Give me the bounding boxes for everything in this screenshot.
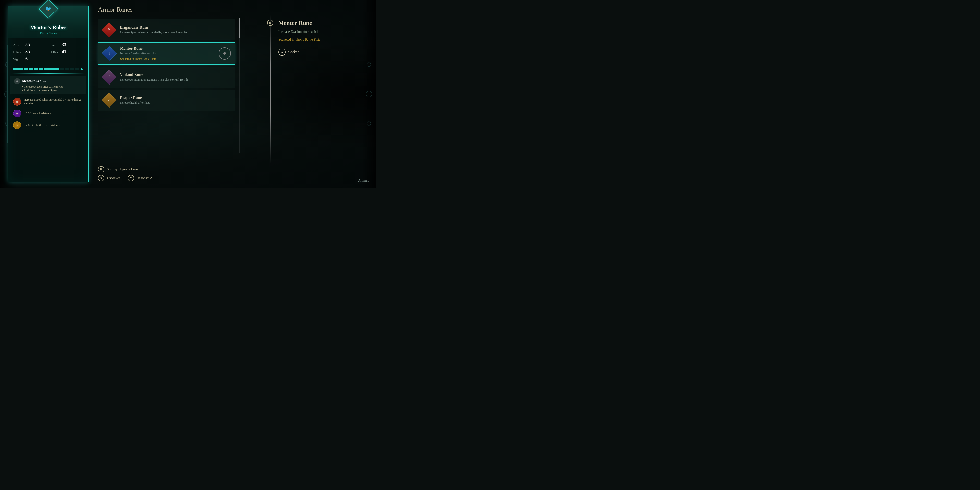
sort-label: Sort By Upgrade Level — [107, 167, 139, 171]
progress-segment-3 — [29, 68, 33, 70]
rune-desc-mentor: Increase Evasion after each hit — [120, 51, 215, 56]
item-type: Divine Torso — [40, 31, 57, 35]
center-panel: Armor Runes YBrigandine RuneIncrease Spe… — [98, 6, 235, 182]
rune-diamond-symbol-reaper: △ — [108, 98, 110, 102]
rune-name-vinland: Vinland Rune — [120, 73, 231, 77]
stat-wgt: Wgt 6 — [13, 56, 47, 62]
progress-segment-8 — [54, 68, 59, 70]
rune-icon-reaper: △ — [102, 93, 116, 107]
progress-segment-9 — [59, 68, 64, 70]
progress-bar: ▶ — [13, 67, 83, 71]
rune-name-brigandine: Brigandine Rune — [120, 25, 231, 30]
stat-row-3: Wgt 6 — [13, 56, 83, 62]
item-name: Mentor's Robes — [30, 24, 67, 30]
progress-arrow: ▶ — [81, 67, 83, 71]
socket-button[interactable]: A Socket — [278, 49, 357, 56]
socket-btn-label: Socket — [288, 50, 299, 54]
arm-label: Arm — [13, 43, 24, 47]
rune-item-mentor[interactable]: ᚱMentor RuneIncrease Evasion after each … — [98, 42, 235, 65]
hres-value: 41 — [62, 49, 67, 54]
set-bonus-line: • Additional increase to Speed — [22, 89, 82, 92]
stat-arm: Arm 55 — [13, 42, 47, 47]
stat-eva: Eva 33 — [50, 42, 83, 47]
rune-detail-title: Mentor Rune — [278, 20, 357, 26]
rune-icon-vinland: ᚠ — [102, 70, 116, 84]
sort-control[interactable]: R Sort By Upgrade Level — [98, 166, 154, 172]
unsocket-all-button[interactable]: Y — [128, 175, 134, 181]
rune-diamond-symbol-vinland: ᚠ — [108, 75, 110, 80]
rune-desc-reaper: Increase health after first... — [120, 101, 231, 105]
unsocket-button[interactable]: X — [98, 175, 104, 181]
rune-diamond-symbol-mentor: ᚱ — [108, 51, 110, 56]
progress-segment-7 — [49, 68, 54, 70]
hres-label: H-Res — [50, 50, 60, 54]
unsocket-control[interactable]: X Unsocket — [98, 175, 120, 181]
rune-diamond-mentor: ᚱ — [102, 46, 117, 61]
rune-diamond-symbol-brigandine: Y — [108, 28, 110, 32]
progress-segment-1 — [18, 68, 23, 70]
set-bonus: ⚔ Mentor's Set 5/5 • Increase Attack aft… — [10, 76, 86, 94]
unsocket-all-control[interactable]: Y Unsocket All — [128, 175, 154, 181]
rune-info-reaper: Reaper RuneIncrease health after first..… — [120, 95, 231, 105]
set-bonus-line: • Increase Attack after Critical Hits — [22, 85, 82, 89]
progress-segment-11 — [70, 68, 74, 70]
rune-bonus-icon-1: ✦ — [13, 110, 21, 117]
rune-info-mentor: Mentor RuneIncrease Evasion after each h… — [120, 46, 215, 61]
stat-lres: L-Res 35 — [13, 49, 47, 54]
progress-segment-6 — [44, 68, 49, 70]
set-bonus-title: ⚔ Mentor's Set 5/5 — [14, 78, 82, 84]
rune-item-brigandine[interactable]: YBrigandine RuneIncrease Speed when surr… — [98, 19, 235, 40]
sort-button[interactable]: R — [98, 166, 104, 172]
control-row: X Unsocket Y Unsocket All — [98, 175, 154, 181]
unsocket-all-label: Unsocket All — [137, 176, 154, 180]
scroll-bar[interactable] — [239, 18, 240, 153]
progress-segment-10 — [65, 68, 69, 70]
animus-icon — [351, 178, 356, 183]
rune-item-reaper[interactable]: △Reaper RuneIncrease health after first.… — [98, 90, 235, 111]
rune-list: YBrigandine RuneIncrease Speed when surr… — [98, 19, 235, 111]
progress-segment-5 — [39, 68, 43, 70]
stat-row-1: Arm 55 Eva 33 — [13, 42, 83, 47]
wgt-label: Wgt — [13, 57, 24, 61]
rune-desc-brigandine: Increase Speed when surrounded by more t… — [120, 30, 231, 35]
vertical-divider — [270, 15, 271, 164]
set-icon: ⚔ — [14, 78, 20, 84]
lres-value: 35 — [25, 49, 30, 54]
rune-circle-dot — [223, 52, 226, 55]
rune-bonus-icon-0: ◆ — [13, 98, 21, 106]
rune-detail-description: Increase Evasion after each hit — [278, 29, 357, 34]
eva-value: 33 — [62, 42, 67, 47]
rune-bonus-text-0: Increase Speed when surrounded by more t… — [24, 98, 83, 105]
item-icon-symbol: 🐦 — [45, 6, 52, 12]
animus-label: Animus — [358, 178, 369, 183]
eva-label: Eva — [50, 43, 60, 47]
rune-item-vinland[interactable]: ᚠVinland RuneIncrease Assassination Dama… — [98, 67, 235, 88]
rune-name-reaper: Reaper Rune — [120, 95, 231, 100]
right-panel: Mentor Rune Increase Evasion after each … — [278, 20, 357, 56]
rune-desc-vinland: Increase Assassination Damage when close… — [120, 78, 231, 82]
r-button-top[interactable]: R — [267, 20, 274, 26]
unsocket-label: Unsocket — [107, 176, 120, 180]
rune-bonus-text-1: + 3.3 Heavy Resistance — [24, 112, 51, 115]
rune-icon-brigandine: Y — [102, 23, 116, 37]
set-bonus-lines: • Increase Attack after Critical Hits• A… — [14, 85, 82, 92]
rune-diamond-reaper: △ — [102, 92, 117, 108]
rune-diamond-brigandine: Y — [102, 22, 117, 38]
panel-divider — [98, 15, 235, 16]
rune-icon-mentor: ᚱ — [102, 46, 116, 60]
socket-btn-icon[interactable]: A — [278, 49, 286, 56]
rune-bonuses: ◆Increase Speed when surrounded by more … — [8, 96, 88, 130]
progress-segment-0 — [13, 68, 18, 70]
ornament-right — [362, 0, 376, 188]
scroll-thumb[interactable] — [239, 18, 240, 38]
rune-info-vinland: Vinland RuneIncrease Assassination Damag… — [120, 73, 231, 82]
wgt-value: 6 — [25, 56, 28, 62]
rune-bonus-text-2: + 2.0 Fire Build-Up Resistance — [24, 124, 60, 127]
rune-bonus-icon-2: ✦ — [13, 121, 21, 129]
panel-title: Armor Runes — [98, 6, 235, 13]
arm-value: 55 — [25, 42, 30, 47]
card-stats: Arm 55 Eva 33 L-Res 35 H-Res 41 Wgt 6 — [8, 38, 88, 66]
r-btn-circle[interactable]: R — [267, 20, 274, 26]
card-divider — [12, 73, 84, 74]
rune-socketed-mentor: Socketed in Thor's Battle Plate — [120, 57, 215, 61]
